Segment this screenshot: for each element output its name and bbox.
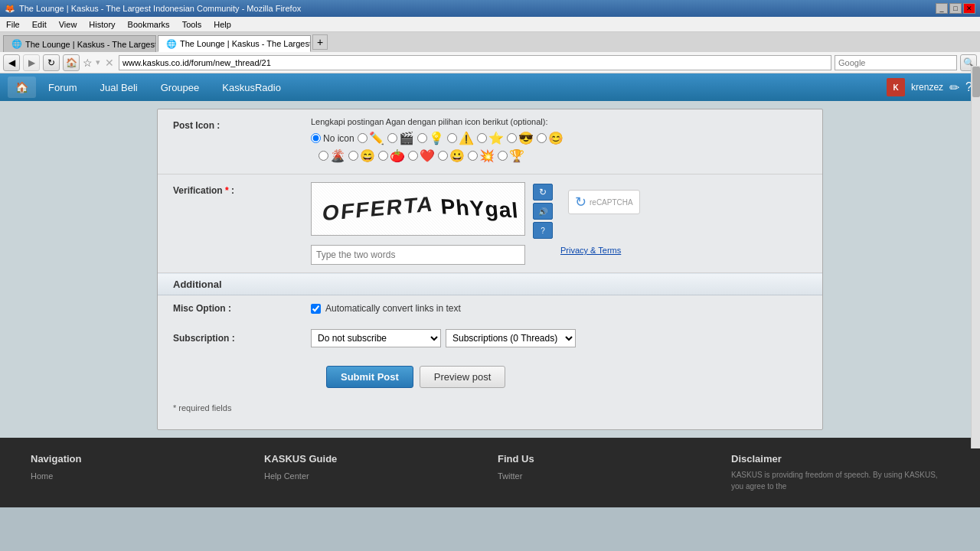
no-icon-option[interactable]: No icon bbox=[311, 133, 354, 144]
close-button[interactable]: ✕ bbox=[963, 3, 975, 14]
icon-radio-warning[interactable] bbox=[447, 133, 457, 143]
icon-radio-tomato[interactable] bbox=[378, 151, 388, 161]
tab-favicon-1: 🌐 bbox=[11, 39, 22, 49]
footer-findus-twitter[interactable]: Twitter bbox=[498, 469, 716, 484]
icon-option-smile[interactable]: 😊 bbox=[537, 131, 564, 145]
icon-radio-trophy[interactable] bbox=[498, 151, 508, 161]
footer-nav-home[interactable]: Home bbox=[31, 469, 249, 484]
sitenav-jualbeli[interactable]: Jual Beli bbox=[90, 77, 149, 98]
happy-icon: 😄 bbox=[360, 148, 375, 163]
icon-radio-film[interactable] bbox=[387, 133, 397, 143]
captcha-logo: ↻ reCAPTCHA bbox=[568, 190, 640, 214]
refresh-button[interactable]: ↻ bbox=[43, 54, 60, 71]
icon-option-pencil[interactable]: ✏️ bbox=[358, 131, 384, 145]
footer-findus-title: Find Us bbox=[498, 453, 716, 465]
recaptcha-icon: ↻ bbox=[575, 194, 586, 210]
misc-option-checkbox[interactable] bbox=[311, 304, 321, 314]
menu-edit[interactable]: Edit bbox=[29, 20, 50, 29]
window-title: 🦊 The Lounge | Kaskus - The Largest Indo… bbox=[5, 4, 301, 14]
icon-radio-pencil[interactable] bbox=[358, 133, 368, 143]
icon-option-heart[interactable]: ❤️ bbox=[408, 148, 435, 163]
menu-tools[interactable]: Tools bbox=[179, 20, 205, 29]
blast-icon: 💥 bbox=[479, 148, 495, 163]
captcha-audio-button[interactable]: 🔊 bbox=[533, 203, 553, 220]
icon-radio-blast[interactable] bbox=[468, 151, 478, 161]
footer-guide-helpcenter[interactable]: Help Center bbox=[264, 469, 482, 484]
address-input[interactable] bbox=[119, 55, 831, 70]
address-bar: ◀ ▶ ↻ 🏠 ☆ ▾ ✕ 🔍 bbox=[0, 52, 980, 73]
stop-button[interactable]: ✕ bbox=[105, 57, 114, 69]
preview-post-button[interactable]: Preview post bbox=[420, 366, 505, 388]
firefox-icon: 🦊 bbox=[5, 4, 15, 14]
post-icon-label: Post Icon : bbox=[173, 117, 311, 131]
new-tab-button[interactable]: + bbox=[312, 34, 328, 50]
footer-nav: Navigation Home bbox=[31, 453, 249, 492]
site-nav-right: K krenzez ✏ ? bbox=[887, 78, 972, 96]
cool-icon: 😎 bbox=[518, 131, 534, 145]
avatar: K bbox=[887, 78, 905, 96]
subscription-label: Subscription : bbox=[173, 333, 311, 344]
no-icon-radio[interactable] bbox=[311, 133, 321, 143]
menu-history[interactable]: History bbox=[86, 20, 118, 29]
bulb-icon: 💡 bbox=[429, 131, 444, 145]
content-area: Post Icon : Lengkapi postingan Agan deng… bbox=[0, 101, 980, 438]
privacy-link[interactable]: Privacy & Terms bbox=[560, 246, 621, 255]
icon-option-grin[interactable]: 😀 bbox=[438, 148, 465, 163]
menu-view[interactable]: View bbox=[56, 20, 80, 29]
captcha-refresh-button[interactable]: ↻ bbox=[533, 184, 553, 201]
icon-option-happy[interactable]: 😄 bbox=[348, 148, 375, 163]
icon-radio-star[interactable] bbox=[477, 133, 487, 143]
icon-row-2: 🌋 😄 🍅 ❤️ 😀 💥 🏆 bbox=[311, 148, 807, 163]
verification-row: Verification * : OFFERTA PhYgal bbox=[158, 174, 822, 273]
edit-icon[interactable]: ✏ bbox=[949, 80, 959, 95]
search-input[interactable] bbox=[835, 55, 957, 70]
icon-radio-bulb[interactable] bbox=[417, 133, 427, 143]
window-controls[interactable]: _ □ ✕ bbox=[936, 3, 975, 14]
subscription-threads-select[interactable]: Subscriptions (0 Threads) bbox=[446, 329, 576, 347]
captcha-branding: ↻ reCAPTCHA Privacy & Terms bbox=[560, 182, 640, 256]
misc-option-row: Misc Option : Automatically convert link… bbox=[158, 295, 822, 321]
scrollbar-thumb[interactable] bbox=[972, 67, 980, 97]
scrollbar[interactable] bbox=[971, 66, 980, 448]
icon-radio-food[interactable] bbox=[318, 151, 328, 161]
pencil-icon: ✏️ bbox=[369, 131, 384, 145]
icon-option-film[interactable]: 🎬 bbox=[387, 131, 414, 145]
icon-radio-cool[interactable] bbox=[507, 133, 517, 143]
maximize-button[interactable]: □ bbox=[949, 3, 962, 14]
icon-option-cool[interactable]: 😎 bbox=[507, 131, 534, 145]
icon-option-tomato[interactable]: 🍅 bbox=[378, 148, 405, 163]
sitenav-groupee[interactable]: Groupee bbox=[150, 77, 211, 98]
subscription-select[interactable]: Do not subscribe Subscribe bbox=[311, 329, 441, 347]
icon-option-trophy[interactable]: 🏆 bbox=[498, 148, 524, 163]
bookmark-arrow[interactable]: ▾ bbox=[96, 57, 100, 67]
tomato-icon: 🍅 bbox=[390, 148, 405, 163]
icon-option-food[interactable]: 🌋 bbox=[318, 148, 345, 163]
site-nav-home[interactable]: 🏠 bbox=[8, 77, 36, 98]
icon-option-warning[interactable]: ⚠️ bbox=[447, 131, 474, 145]
sitenav-kaskusradio[interactable]: KaskusRadio bbox=[211, 77, 292, 98]
minimize-button[interactable]: _ bbox=[936, 3, 948, 14]
footer-disclaimer-text: KASKUS is providing freedom of speech. B… bbox=[731, 469, 949, 492]
submit-post-button[interactable]: Submit Post bbox=[326, 366, 413, 388]
icon-option-bulb[interactable]: 💡 bbox=[417, 131, 444, 145]
sitenav-forum[interactable]: Forum bbox=[38, 77, 88, 98]
icon-radio-heart[interactable] bbox=[408, 151, 418, 161]
menu-bar: File Edit View History Bookmarks Tools H… bbox=[0, 17, 980, 32]
tab-1[interactable]: 🌐 The Lounge | Kaskus - The Largest Indo… bbox=[3, 35, 156, 52]
home-nav-button[interactable]: 🏠 bbox=[63, 54, 80, 71]
menu-file[interactable]: File bbox=[3, 20, 23, 29]
menu-help[interactable]: Help bbox=[211, 20, 234, 29]
captcha-help-button[interactable]: ? bbox=[533, 222, 553, 239]
tab-label-1: The Lounge | Kaskus - The Largest Indon.… bbox=[25, 40, 156, 49]
back-button[interactable]: ◀ bbox=[3, 54, 20, 71]
icon-radio-happy[interactable] bbox=[348, 151, 358, 161]
icon-option-star[interactable]: ⭐ bbox=[477, 131, 504, 145]
icon-radio-smile[interactable] bbox=[537, 133, 547, 143]
menu-bookmarks[interactable]: Bookmarks bbox=[125, 20, 173, 29]
icon-radio-grin[interactable] bbox=[438, 151, 448, 161]
forward-button[interactable]: ▶ bbox=[23, 54, 40, 71]
bookmark-star[interactable]: ☆ bbox=[83, 57, 93, 69]
tab-2[interactable]: 🌐 The Lounge | Kaskus - The Largest Indo… bbox=[158, 35, 311, 52]
icon-option-blast[interactable]: 💥 bbox=[468, 148, 495, 163]
captcha-input[interactable] bbox=[311, 245, 525, 265]
